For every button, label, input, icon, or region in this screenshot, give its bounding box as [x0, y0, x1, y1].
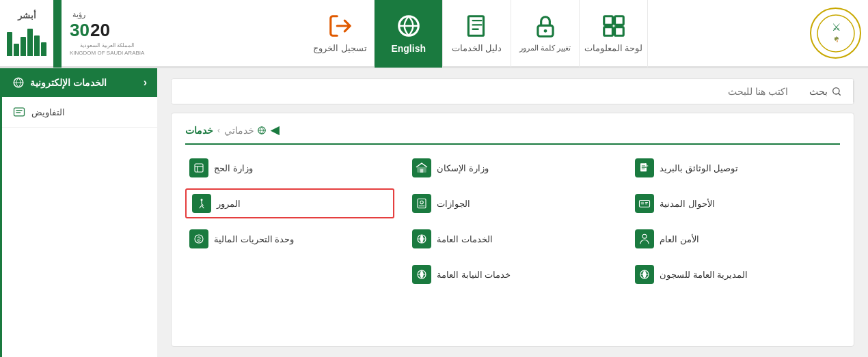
dashboard-icon [601, 13, 627, 39]
service-hajj-label: وزارة الحج [214, 163, 253, 173]
breadcrumb-home[interactable]: خدماتي [224, 125, 267, 136]
search-bar: بحث [171, 78, 854, 104]
service-public-security[interactable]: الأمن العام [631, 224, 840, 254]
service-public-security-label: الأمن العام [660, 234, 699, 244]
svg-rect-18 [641, 202, 645, 205]
logo-area: ⚔ 🌴 [810, 8, 861, 59]
breadcrumb-sep: › [217, 126, 220, 135]
service-housing[interactable]: وزارة الإسكان [408, 153, 617, 183]
service-civil-affairs[interactable]: الأحوال المدنية [631, 188, 840, 218]
logo: ⚔ 🌴 [810, 8, 861, 59]
main-wrapper: بحث ◀ خدماتي › خدمات [0, 68, 868, 357]
svg-rect-16 [195, 164, 203, 172]
search-icon [831, 86, 842, 97]
breadcrumb: ◀ خدماتي › خدمات [185, 124, 840, 145]
doc-icon [635, 158, 654, 177]
service-prisons[interactable]: المديرية العامة للسجون [631, 259, 840, 289]
services-grid: توصيل الوثائق بالبريد وزارة الإسكان وزار… [185, 153, 840, 289]
password-icon [532, 14, 558, 40]
negotiations-icon [12, 105, 26, 119]
svg-rect-9 [603, 27, 612, 36]
nav-english[interactable]: English [375, 0, 443, 68]
branding: رؤية 20 30 المملكة العربية السعوديةKINGD… [7, 0, 144, 68]
svg-rect-15 [420, 169, 424, 173]
service-doc-delivery-label: توصيل الوثائق بالبريد [660, 163, 738, 173]
search-btn-label: بحث [809, 86, 828, 97]
vision-year-green: 30 [70, 19, 90, 42]
book-icon [464, 13, 490, 39]
vision-subtitle: المملكة العربية السعوديةKINGDOM OF SAUDI… [70, 42, 144, 57]
sidebar-header-label: الخدمات الإلكترونية [30, 77, 107, 88]
svg-point-22 [642, 234, 647, 238]
services-panel: ◀ خدماتي › خدمات توصيل الوثائق بالبريد [171, 113, 854, 347]
svg-rect-8 [614, 16, 623, 25]
search-input[interactable] [172, 79, 798, 104]
header: ⚔ 🌴 تسجيل الخروج Englis [0, 0, 868, 68]
service-hajj[interactable]: وزارة الحج [185, 153, 394, 183]
hajj-icon [189, 158, 208, 177]
vision-block: رؤية 20 30 المملكة العربية السعوديةKINGD… [70, 10, 144, 57]
service-financial-unit[interactable]: وحدة التحريات المالية [185, 224, 394, 254]
service-passports-label: الجوازات [437, 199, 470, 209]
service-housing-label: وزارة الإسكان [437, 163, 489, 173]
bar-chart-icon [7, 22, 46, 56]
nav-info-dashboard[interactable]: لوحة المعلومات [580, 0, 648, 68]
sidebar: ‹ الخدمات الإلكترونية التفاويض [0, 68, 157, 357]
service-public-services-label: الخدمات العامة [437, 234, 493, 244]
sidebar-header: ‹ الخدمات الإلكترونية [2, 68, 157, 97]
service-public-services[interactable]: الخدمات العامة [408, 224, 617, 254]
svg-rect-7 [603, 16, 612, 25]
chevron-right-icon[interactable]: ‹ [144, 76, 147, 89]
service-prosecution[interactable]: خدمات النيابة العامة [408, 259, 617, 289]
building-icon [412, 158, 431, 177]
sidebar-negotiations-label: التفاويض [31, 107, 65, 117]
passport-icon [412, 194, 431, 213]
nav-change-password[interactable]: تغيير كلمة المرور [511, 0, 580, 68]
globe-nav-icon [396, 13, 422, 39]
service-prosecution-label: خدمات النيابة العامة [437, 270, 511, 280]
sidebar-header-globe-icon [12, 76, 25, 89]
svg-rect-4 [468, 16, 483, 36]
english-label: English [391, 43, 426, 54]
breadcrumb-home-label: خدماتي [224, 125, 254, 136]
svg-text:⚔: ⚔ [831, 21, 840, 33]
nav-logout[interactable]: تسجيل الخروج [306, 0, 375, 68]
globe-breadcrumb-icon [257, 126, 267, 135]
finance-icon [189, 229, 208, 248]
svg-rect-28 [14, 108, 25, 116]
service-civil-affairs-label: الأحوال المدنية [660, 199, 715, 209]
svg-rect-10 [614, 27, 623, 36]
vision-year: 20 [90, 19, 110, 42]
service-doc-delivery[interactable]: توصيل الوثائق بالبريد [631, 153, 840, 183]
globe-services-icon [412, 229, 431, 248]
info-dashboard-label: لوحة المعلومات [584, 43, 643, 53]
service-financial-unit-label: وحدة التحريات المالية [214, 234, 294, 244]
search-button[interactable]: بحث [798, 79, 854, 104]
vision-label: رؤية [72, 10, 85, 19]
breadcrumb-arrow: ◀ [271, 124, 279, 137]
id-icon [635, 194, 654, 213]
person-icon [635, 229, 654, 248]
svg-point-0 [817, 15, 854, 52]
prisons-globe-icon [635, 265, 654, 284]
svg-point-20 [420, 201, 424, 204]
service-traffic[interactable]: المرور [185, 188, 394, 218]
service-passports[interactable]: الجوازات [408, 188, 617, 218]
svg-text:🌴: 🌴 [832, 36, 839, 42]
breadcrumb-current: خدمات [185, 125, 213, 136]
sidebar-item-negotiations[interactable]: التفاويض [2, 97, 157, 128]
prosecution-globe-icon [412, 265, 431, 284]
traffic-icon [192, 194, 211, 213]
svg-point-6 [543, 29, 547, 33]
logout-label: تسجيل الخروج [313, 43, 367, 53]
green-divider [53, 0, 62, 68]
main-content: بحث ◀ خدماتي › خدمات [157, 68, 868, 357]
service-traffic-label: المرور [217, 199, 241, 209]
service-guide-label: دليل الخدمات [452, 43, 502, 53]
svg-rect-19 [418, 199, 426, 208]
nav-service-guide[interactable]: دليل الخدمات [443, 0, 511, 68]
change-password-label: تغيير كلمة المرور [519, 44, 571, 53]
header-nav: تسجيل الخروج English دليل الخدمات [306, 0, 648, 68]
abshir-logo: أبشر [7, 10, 46, 56]
logout-icon [327, 13, 353, 39]
